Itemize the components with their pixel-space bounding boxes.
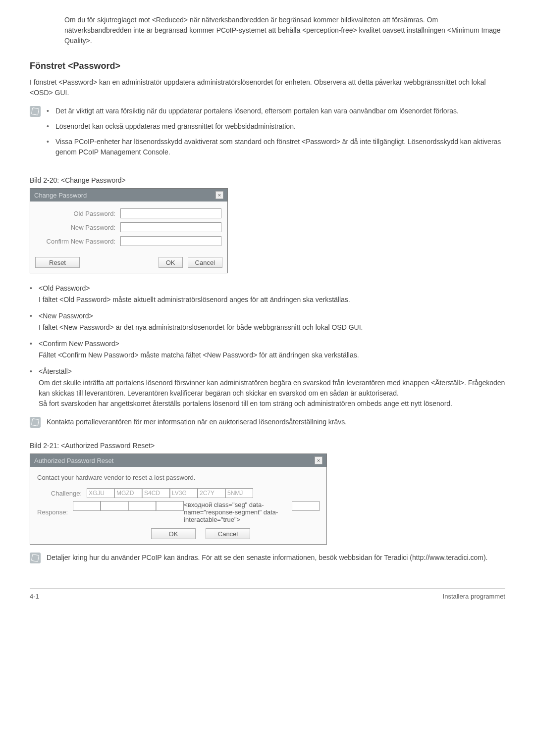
section-description: I fönstret <Password> kan en administrat…	[30, 77, 505, 98]
close-icon[interactable]: ×	[315, 456, 322, 464]
definition-term: <Old Password>	[39, 283, 505, 294]
intro-paragraph: Om du för skjutreglaget mot <Reduced> nä…	[64, 15, 505, 46]
cancel-button[interactable]: Cancel	[206, 528, 250, 539]
note-item: Lösenordet kan också uppdateras med grän…	[47, 121, 505, 132]
definition-desc: I fältet <Old Password> måste aktuellt a…	[39, 295, 505, 305]
note-text: Detaljer kring hur du använder PCoIP kan…	[47, 553, 488, 563]
definition-term: <Återställ>	[39, 366, 505, 377]
note-list: Det är viktigt att vara försiktig när du…	[47, 106, 505, 162]
response-segment[interactable]	[73, 501, 101, 511]
definition-item: <Återställ> Om det skulle inträffa att p…	[30, 366, 505, 409]
note-text: Kontakta portalleverantören för mer info…	[47, 417, 347, 427]
new-password-input[interactable]	[120, 222, 221, 232]
old-password-label: Old Password:	[36, 210, 120, 217]
response-segment[interactable]	[292, 501, 320, 511]
close-icon[interactable]: ×	[215, 191, 223, 199]
response-segment[interactable]	[128, 501, 156, 511]
note-icon	[30, 417, 41, 428]
change-password-dialog: Change Password × Old Password: New Pass…	[30, 188, 228, 273]
definition-desc: Fältet <Confirm New Password> måste matc…	[39, 350, 505, 360]
challenge-segment	[225, 488, 253, 498]
footer-title: Installera programmet	[443, 593, 505, 600]
cancel-button[interactable]: Cancel	[188, 257, 222, 268]
challenge-segment	[198, 488, 225, 498]
definition-term: <Confirm New Password>	[39, 339, 505, 349]
confirm-password-input[interactable]	[120, 236, 221, 246]
definition-desc: Om det skulle inträffa att portalens lös…	[39, 378, 505, 409]
old-password-input[interactable]	[120, 208, 221, 218]
definition-item: <New Password> I fältet <New Password> ä…	[30, 311, 505, 333]
definition-desc: I fältet <New Password> är det nya admin…	[39, 322, 505, 333]
challenge-segment	[170, 488, 198, 498]
note-icon	[30, 106, 41, 117]
definition-term: <New Password>	[39, 311, 505, 321]
response-segment[interactable]	[156, 501, 184, 511]
reset-button[interactable]: Reset	[35, 257, 80, 268]
authorized-reset-dialog: Authorized Password Reset × Contact your…	[30, 454, 327, 545]
challenge-segment	[87, 488, 114, 498]
section-heading: Fönstret <Password>	[30, 61, 505, 71]
footer-divider	[30, 588, 505, 589]
dialog-message: Contact your hardware vendor to reset a …	[37, 474, 320, 481]
definitions-list: <Old Password> I fältet <Old Password> m…	[30, 283, 505, 409]
note-icon	[30, 553, 41, 563]
definition-item: <Old Password> I fältet <Old Password> m…	[30, 283, 505, 305]
note-item: Vissa PCoIP-enheter har lösenordsskydd a…	[47, 137, 505, 157]
confirm-password-label: Confirm New Password:	[36, 238, 120, 245]
definition-item: <Confirm New Password> Fältet <Confirm N…	[30, 339, 505, 360]
challenge-label: Challenge:	[37, 490, 87, 497]
dialog-title-text: Authorized Password Reset	[34, 457, 113, 464]
challenge-segment	[142, 488, 170, 498]
challenge-segment	[114, 488, 142, 498]
figure-caption: Bild 2-20: <Change Password>	[30, 176, 505, 184]
page-number: 4-1	[30, 593, 39, 600]
response-segment[interactable]	[101, 501, 128, 511]
ok-button[interactable]: OK	[159, 257, 183, 268]
response-label: Response:	[37, 508, 73, 516]
note-item: Det är viktigt att vara försiktig när du…	[47, 106, 505, 116]
new-password-label: New Password:	[36, 224, 120, 231]
figure-caption: Bild 2-21: <Authorized Password Reset>	[30, 442, 505, 450]
dialog-title-text: Change Password	[34, 192, 87, 199]
ok-button[interactable]: OK	[151, 528, 196, 539]
